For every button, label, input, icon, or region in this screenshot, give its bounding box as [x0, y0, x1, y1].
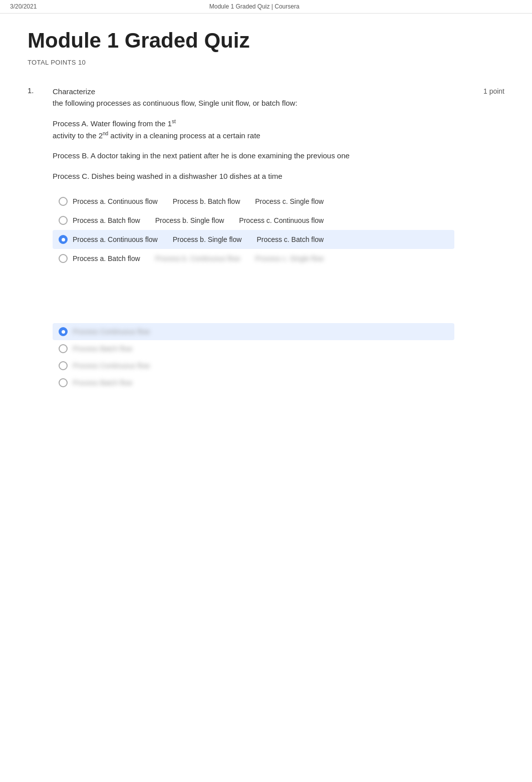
- blurred-answer-row-4[interactable]: Process Batch flow: [53, 374, 454, 391]
- browser-date: 3/20/2021: [10, 3, 37, 10]
- answer-row-1[interactable]: Process a. Continuous flow Process b. Ba…: [53, 192, 454, 211]
- blurred-answer-text-1: Process Continuous flow: [73, 328, 150, 336]
- question-1-points: 1 point: [464, 86, 504, 268]
- blurred-answer-row-2[interactable]: Process Batch flow: [53, 340, 454, 357]
- blurred-radio-3[interactable]: [59, 361, 68, 370]
- question-intro-line1: Characterize: [53, 87, 95, 96]
- question-1-text: Characterize the following processes as …: [53, 86, 454, 109]
- answer-row-4[interactable]: Process a. Batch flow Process b. Continu…: [53, 249, 454, 268]
- blurred-answer-row-3[interactable]: Process Continuous flow: [53, 357, 454, 374]
- answer-text-2c: Process c. Continuous flow: [239, 216, 324, 224]
- process-b: Process B. A doctor taking in the next p…: [53, 150, 454, 162]
- blurred-radio-1[interactable]: [59, 327, 68, 336]
- process-c: Process C. Dishes being washed in a dish…: [53, 171, 454, 182]
- blurred-answer-text-2: Process Batch flow: [73, 345, 132, 353]
- question-1-number: 1.: [28, 86, 43, 268]
- question-2-block: Process Continuous flow Process Batch fl…: [28, 318, 504, 391]
- answer-text-4a: Process a. Batch flow: [73, 254, 140, 263]
- answer-text-2b: Process b. Single flow: [155, 216, 224, 224]
- process-a: Process A. Water flowing from the 1st ac…: [53, 118, 454, 141]
- answer-text-4b: Process b. Continuous flow: [155, 254, 240, 263]
- question-1-body: Characterize the following processes as …: [53, 86, 454, 268]
- question-2-number: [28, 323, 43, 391]
- blurred-answer-text-3: Process Continuous flow: [73, 362, 150, 370]
- answer-text-1c: Process c. Single flow: [255, 197, 324, 205]
- radio-3[interactable]: [59, 235, 68, 244]
- radio-1[interactable]: [59, 197, 68, 206]
- question-intro-line2: the following processes as continuous fl…: [53, 99, 298, 107]
- answer-text-1a: Process a. Continuous flow: [73, 197, 158, 205]
- question-2-body: Process Continuous flow Process Batch fl…: [53, 323, 454, 391]
- answer-text-3a: Process a. Continuous flow: [73, 235, 158, 243]
- blurred-radio-4[interactable]: [59, 378, 68, 387]
- answer-text-3b: Process b. Single flow: [173, 235, 242, 243]
- section-divider: [28, 288, 504, 318]
- page-title: Module 1 Graded Quiz: [28, 29, 504, 53]
- answer-row-3[interactable]: Process a. Continuous flow Process b. Si…: [53, 230, 454, 249]
- radio-2[interactable]: [59, 216, 68, 225]
- answer-text-1b: Process b. Batch flow: [173, 197, 240, 205]
- question-2-points-area: [464, 323, 504, 391]
- answer-text-4c: Process c. Single flow: [255, 254, 324, 263]
- blurred-answer-text-4: Process Batch flow: [73, 379, 132, 387]
- answer-options-q2: Process Continuous flow Process Batch fl…: [53, 323, 454, 391]
- answer-row-2[interactable]: Process a. Batch flow Process b. Single …: [53, 211, 454, 230]
- page-content: Module 1 Graded Quiz TOTAL POINTS 10 1. …: [0, 14, 532, 436]
- answer-options-q1: Process a. Continuous flow Process b. Ba…: [53, 192, 454, 268]
- browser-page-title: Module 1 Graded Quiz | Coursera: [37, 3, 472, 10]
- question-1-block: 1. Characterize the following processes …: [28, 86, 504, 268]
- total-points: TOTAL POINTS 10: [28, 59, 504, 66]
- radio-4[interactable]: [59, 254, 68, 263]
- blurred-answer-row-1[interactable]: Process Continuous flow: [53, 323, 454, 340]
- blurred-radio-2[interactable]: [59, 344, 68, 353]
- answer-text-2a: Process a. Batch flow: [73, 216, 140, 224]
- answer-text-3c: Process c. Batch flow: [256, 235, 324, 243]
- browser-bar: 3/20/2021 Module 1 Graded Quiz | Courser…: [0, 0, 532, 14]
